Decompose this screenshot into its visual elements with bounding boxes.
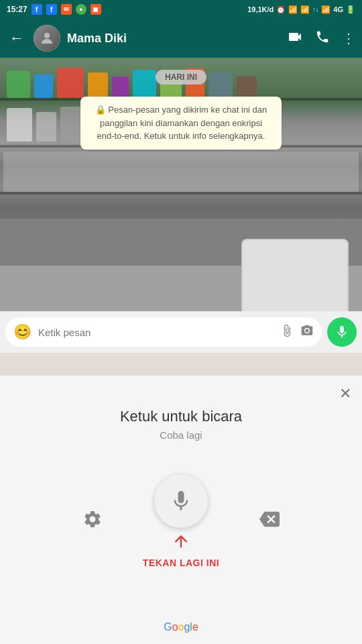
wifi-icon: 📶: [288, 5, 298, 14]
avatar-image: [34, 25, 60, 52]
contact-avatar[interactable]: [34, 25, 60, 52]
svg-point-0: [44, 33, 50, 38]
google-e: e: [192, 621, 198, 633]
app-icon: ▣: [90, 4, 101, 15]
status-bar: 15:27 f f ✉ ● ▣ 19,1K/d ⏰ 📶 📶 ↑↓ 📶 4G 🔋: [0, 0, 362, 19]
google-g2: g: [184, 621, 190, 633]
camera-button[interactable]: [300, 324, 314, 341]
status-bar-right: 19,1K/d ⏰ 📶 📶 ↑↓ 📶 4G 🔋: [247, 5, 355, 14]
google-branding: Google: [164, 621, 198, 633]
voice-delete-button[interactable]: [259, 509, 280, 534]
message-input-wrapper: 😊: [5, 317, 322, 347]
facebook-icon-2: f: [46, 4, 57, 15]
time-display: 15:27: [7, 5, 27, 14]
network-type: 4G: [333, 5, 343, 13]
chat-header: ← Mama Diki ⋮: [0, 19, 362, 58]
hangouts-icon: ●: [76, 4, 86, 15]
signal-2-icon: 📶: [321, 5, 330, 14]
voice-recognition-panel: ✕ Ketuk untuk bicara Coba lagi TEKAN LAG…: [0, 376, 362, 644]
message-input-bar: 😊: [0, 311, 362, 353]
voice-controls: TEKAN LAGI INI: [0, 474, 362, 568]
status-bar-left: 15:27 f f ✉ ● ▣: [7, 4, 101, 15]
battery-icon: 🔋: [346, 5, 355, 14]
voice-mic-center-button[interactable]: [154, 474, 208, 528]
contact-name[interactable]: Mama Diki: [67, 32, 280, 46]
date-badge: HARI INI: [156, 70, 206, 85]
voice-settings-button[interactable]: [82, 509, 103, 534]
signal-1-icon: 📶: [300, 5, 310, 14]
data-speed: 19,1K/d: [247, 5, 274, 13]
chat-area: HARI INI 🔒 Pesan-pesan yang dikirim ke c…: [0, 58, 362, 353]
facebook-icon-1: f: [32, 4, 42, 15]
voice-panel-subtitle: Coba lagi: [160, 429, 202, 441]
google-g: G: [164, 621, 172, 633]
close-voice-panel-button[interactable]: ✕: [339, 385, 351, 402]
message-input[interactable]: [38, 327, 274, 338]
signal-label: ↑↓: [312, 6, 318, 13]
google-o2: o: [178, 621, 184, 633]
attach-button[interactable]: [280, 324, 294, 341]
encryption-notice[interactable]: 🔒 Pesan-pesan yang dikirim ke chat ini d…: [80, 97, 282, 150]
header-action-icons: ⋮: [287, 29, 355, 48]
shelf-divider-3: [0, 192, 362, 195]
more-options-button[interactable]: ⋮: [342, 30, 355, 46]
arrow-up-icon: [172, 532, 190, 551]
emoji-button[interactable]: 😊: [13, 323, 32, 341]
voice-call-button[interactable]: [315, 30, 330, 48]
press-again-label: TEKAN LAGI INI: [143, 557, 219, 568]
alarm-icon: ⏰: [276, 5, 286, 14]
back-button[interactable]: ←: [7, 27, 27, 50]
video-call-button[interactable]: [287, 29, 303, 48]
voice-panel-title: Ketuk untuk bicara: [120, 408, 242, 425]
messaging-icon: ✉: [61, 4, 72, 15]
voice-message-button[interactable]: [327, 317, 357, 347]
encryption-text: 🔒 Pesan-pesan yang dikirim ke chat ini d…: [95, 105, 267, 141]
